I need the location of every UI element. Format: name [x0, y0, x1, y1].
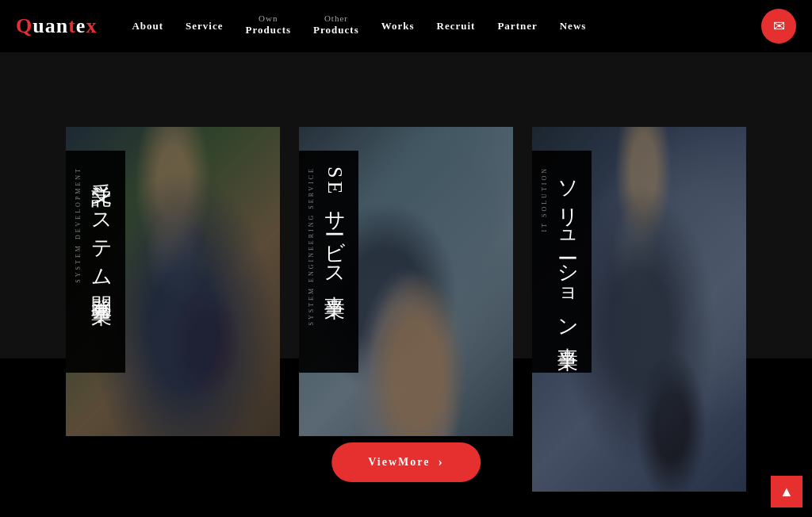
view-more-arrow-icon: ›: [438, 455, 443, 469]
card-en-label-1: SYSTEM DEVELOPMENT: [75, 167, 82, 286]
card-se-service[interactable]: SYSTEM ENGINEERING SERVICE SEサービス事業: [299, 127, 513, 436]
mail-button[interactable]: ✉: [761, 9, 796, 44]
card-en-label-3: IT SOLUTION: [542, 167, 548, 235]
navbar: Quantex About Service Own Products Other…: [0, 0, 812, 52]
nav-links: About Service Own Products Other Product…: [121, 10, 761, 42]
scroll-top-icon: ▲: [779, 484, 794, 500]
card-en-label-2: SYSTEM ENGINEERING SERVICE: [308, 167, 315, 328]
card-label-3: IT SOLUTION ソリューション事業: [532, 151, 592, 373]
logo[interactable]: Quantex: [16, 14, 97, 38]
mail-icon: ✉: [773, 17, 785, 35]
card-jp-label-1: 受託システム開発事業: [90, 167, 113, 293]
nav-item-recruit[interactable]: Recruit: [426, 14, 487, 38]
main-content: SYSTEM DEVELOPMENT 受託システム開発事業 SYSTEM ENG…: [0, 52, 812, 517]
card-label-1: SYSTEM DEVELOPMENT 受託システム開発事業: [66, 151, 125, 373]
card-label-2: SYSTEM ENGINEERING SERVICE SEサービス事業: [299, 151, 358, 373]
card-jp-label-3: ソリューション事業: [556, 167, 579, 338]
scroll-top-button[interactable]: ▲: [771, 476, 802, 507]
nav-item-about[interactable]: About: [121, 14, 174, 38]
nav-item-other-products[interactable]: Other Products: [302, 10, 370, 42]
nav-item-service[interactable]: Service: [174, 14, 234, 38]
view-more-label: ViewMore: [368, 456, 430, 469]
nav-item-works[interactable]: Works: [370, 14, 426, 38]
card-jp-label-2: SEサービス事業: [323, 167, 346, 286]
logo-text: Quantex: [16, 14, 97, 38]
view-more-wrapper: ViewMore ›: [331, 442, 481, 482]
nav-item-partner[interactable]: Partner: [486, 14, 548, 38]
card-system-dev[interactable]: SYSTEM DEVELOPMENT 受託システム開発事業: [66, 127, 280, 436]
view-more-button[interactable]: ViewMore ›: [331, 442, 481, 482]
nav-item-own-products[interactable]: Own Products: [234, 10, 302, 42]
nav-item-news[interactable]: News: [549, 14, 598, 38]
cards-row: SYSTEM DEVELOPMENT 受託システム開発事業 SYSTEM ENG…: [0, 52, 812, 441]
card-it-solution[interactable]: IT SOLUTION ソリューション事業: [532, 127, 746, 492]
